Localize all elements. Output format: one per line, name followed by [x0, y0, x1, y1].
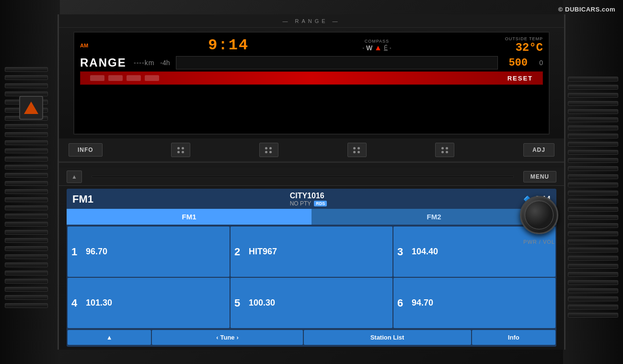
- vent-fin: [568, 150, 618, 155]
- tab-fm1[interactable]: FM1: [67, 209, 312, 225]
- top-label-bar: — RANGE —: [59, 14, 564, 28]
- preset-2[interactable]: 2 HIT967: [231, 227, 392, 277]
- dot: [265, 151, 267, 153]
- eject-button[interactable]: ▲: [67, 171, 82, 183]
- compass-east: É: [384, 45, 388, 51]
- preset-5[interactable]: 5 100.30: [231, 278, 392, 328]
- vent-fin: [5, 189, 48, 194]
- outside-temp-label: OUTSIDE TEMP: [505, 36, 543, 41]
- range-bar: [176, 56, 498, 69]
- reset-segment: [145, 75, 159, 81]
- tune-label: Tune: [220, 334, 234, 341]
- vent-fin: [5, 303, 48, 308]
- dot: [269, 147, 272, 149]
- dot: [353, 147, 356, 149]
- reset-bar: RESET: [80, 71, 543, 85]
- dots-button-2[interactable]: [259, 143, 278, 157]
- scroll-up-button[interactable]: ▲: [68, 330, 151, 345]
- station-list-button[interactable]: Station List: [304, 330, 471, 345]
- preset-4[interactable]: 4 101.30: [68, 278, 230, 328]
- vent-fin: [568, 134, 618, 138]
- vent-fin: [568, 223, 618, 228]
- info-button[interactable]: INFO: [69, 143, 103, 157]
- preset-number: 1: [71, 246, 82, 258]
- dot: [358, 151, 360, 153]
- brand-label: — RANGE —: [282, 18, 340, 24]
- dot: [177, 151, 180, 153]
- compass-label: COMPASS: [365, 39, 389, 44]
- vent-fin: [5, 279, 48, 284]
- compass-west: W: [366, 44, 372, 52]
- vent-fin: [568, 117, 618, 122]
- pty-row: NO PTY RDS: [290, 200, 327, 207]
- preset-6[interactable]: 6 94.70: [393, 278, 555, 328]
- vent-fin: [568, 305, 618, 309]
- dot: [441, 147, 444, 149]
- preset-frequency: 96.70: [86, 247, 107, 257]
- vent-fin: [5, 124, 48, 129]
- vent-fin: [568, 191, 618, 195]
- vent-fin: [568, 174, 618, 179]
- dot: [265, 147, 267, 149]
- dot: [182, 147, 184, 149]
- radio-unit: ▲ MENU FM1 CITY1016 NO PTY RDS 🔷 8:14: [59, 168, 564, 350]
- vent-fin: [5, 214, 48, 218]
- preset-1[interactable]: 1 96.70: [68, 227, 230, 277]
- rds-badge: RDS: [314, 201, 327, 206]
- range-current-value: 0: [533, 59, 543, 67]
- vent-fin: [568, 207, 618, 212]
- vent-fin: [5, 140, 48, 145]
- dots-button-1[interactable]: [171, 143, 190, 157]
- vent-fin: [568, 215, 618, 220]
- info-radio-button[interactable]: Info: [472, 330, 555, 345]
- vent-fin: [5, 165, 48, 170]
- vent-fin: [5, 132, 48, 137]
- vent-fin: [568, 142, 618, 147]
- vent-fin: [568, 288, 618, 293]
- dots-button-3[interactable]: [347, 143, 367, 157]
- preset-number: 3: [397, 246, 408, 258]
- vent-fin: [5, 205, 48, 210]
- warning-triangle-icon: [24, 102, 38, 114]
- adj-button[interactable]: ADJ: [523, 143, 554, 157]
- vent-fin: [568, 239, 618, 244]
- dot: [269, 151, 272, 153]
- vent-fin: [568, 313, 618, 318]
- pwrvol-label: PWR / VOL: [523, 239, 555, 245]
- vent-fin: [5, 271, 48, 275]
- preset-grid: 1 96.70 2 HIT967 3 104.40 4 101.30 5 1: [67, 226, 556, 329]
- vent-fin: [5, 222, 48, 227]
- vent-fin: [5, 295, 48, 300]
- range-label: RANGE: [80, 56, 128, 69]
- reset-segment: [90, 75, 104, 81]
- vent-fin: [5, 254, 48, 259]
- dots-button-4[interactable]: [435, 143, 454, 157]
- dot: [446, 147, 448, 149]
- vent-fin: [5, 246, 48, 251]
- preset-frequency: 100.30: [249, 298, 275, 308]
- watermark: © DUBICARS.com: [558, 6, 615, 13]
- tune-prev-icon: ‹: [216, 334, 218, 341]
- radio-top-bar: ▲ MENU: [59, 168, 564, 186]
- radio-screen: FM1 CITY1016 NO PTY RDS 🔷 8:14 FM1: [67, 189, 556, 347]
- reset-segment: [108, 75, 123, 81]
- info-radio-label: Info: [508, 334, 519, 341]
- up-arrow-icon: ▲: [106, 334, 113, 341]
- dot: [353, 151, 356, 153]
- pwrvol-knob[interactable]: [520, 196, 558, 234]
- vent-fin: [568, 158, 618, 163]
- dot: [358, 147, 360, 149]
- reset-segment: [127, 75, 141, 81]
- range-max-value: 500: [504, 57, 528, 69]
- tune-button[interactable]: ‹ Tune ›: [152, 330, 302, 345]
- preset-number: 6: [397, 297, 408, 309]
- vent-fin: [568, 256, 618, 261]
- vent-fin: [5, 157, 48, 161]
- dot: [446, 151, 448, 153]
- reset-label: RESET: [508, 75, 533, 82]
- info-display-screen: AM 9:14 COMPASS - W ▲ É - OUTSIDE TEM: [73, 32, 550, 135]
- vent-fin: [568, 231, 618, 236]
- vent-fin: [568, 272, 618, 277]
- disc-slot: [92, 176, 514, 178]
- center-console: — RANGE — AM 9:14 COMPASS - W ▲ É: [58, 14, 565, 350]
